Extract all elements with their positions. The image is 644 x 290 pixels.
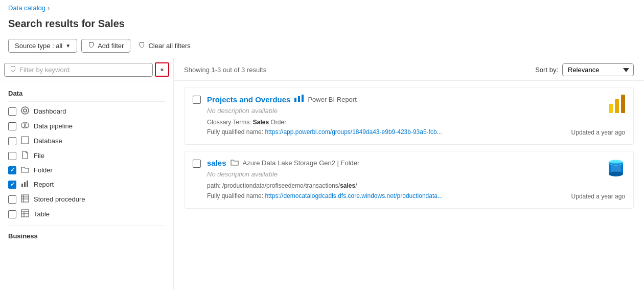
source-type-filter-button[interactable]: Source type : all ▼ [8,39,77,53]
file-icon [20,151,30,161]
result-type-label-2: Azure Data Lake Storage Gen2 | Folder [243,159,360,167]
clear-filter-icon: ⛉ [139,42,145,50]
result-checkbox-2[interactable] [193,160,201,168]
svg-point-3 [26,123,29,128]
svg-rect-8 [24,182,26,187]
svg-rect-19 [298,96,300,102]
result-content-2: sales Azure Data Lake Storage Gen2 | Fol… [207,159,625,200]
data-pipeline-icon [20,121,30,131]
svg-rect-7 [21,184,23,187]
database-icon [20,136,30,146]
sidebar-search-row: ⛉ Filter by keyword « [0,58,173,81]
svg-point-26 [609,171,623,176]
table-icon [20,209,30,219]
sort-select[interactable]: Relevance Name Last modified [562,63,634,76]
add-filter-button[interactable]: ⛉ Add filter [81,39,130,53]
database-label: Database [34,137,62,145]
svg-rect-20 [302,95,304,102]
report-icon [20,180,30,189]
sidebar-item-folder[interactable]: Folder [0,163,173,177]
svg-rect-9 [27,181,28,187]
svg-rect-18 [294,98,296,102]
result-type-label-1: Power BI Report [308,96,356,103]
result-checkbox-1[interactable] [193,96,201,104]
result-updated-1: Updated a year ago [571,129,625,136]
checkbox-data-pipeline[interactable] [8,122,16,130]
sidebar-scroll-area: Data Dashboard Data pipeline [0,81,173,289]
sidebar-item-database[interactable]: Database [0,133,173,148]
checkbox-database[interactable] [8,137,16,145]
result-fqn-link-1[interactable]: https://app.powerbi.com/groups/1849da43-… [265,128,442,136]
results-count: Showing 1-3 out of 3 results [184,66,266,74]
svg-point-2 [21,123,25,128]
clear-filters-button[interactable]: ⛉ Clear all filters [134,39,194,52]
page-title: Search results for Sales [0,14,644,36]
report-label: Report [34,181,54,188]
result-updated-2: Updated a year ago [571,193,625,200]
result-desc-2: No description available [207,170,625,178]
svg-rect-6 [21,137,29,144]
stored-procedure-label: Stored procedure [34,195,85,203]
folder-icon [20,166,30,174]
filter-icon: ⛉ [10,66,16,74]
checkbox-file[interactable] [8,152,16,160]
clear-filters-label: Clear all filters [148,42,190,50]
svg-rect-23 [621,95,625,113]
filter-icon: ⛉ [88,42,95,50]
folder-type-icon [231,159,239,167]
result-title-1[interactable]: Projects and Overdues [207,95,290,104]
adls-logo [607,159,625,180]
results-area: Showing 1-3 out of 3 results Sort by: Re… [174,58,644,289]
folder-label: Folder [34,166,53,174]
result-content-1: Projects and Overdues Power BI Report No… [207,95,625,137]
result-card-2: sales Azure Data Lake Storage Gen2 | Fol… [184,151,634,208]
result-card-1: Projects and Overdues Power BI Report No… [184,87,634,145]
sidebar-item-stored-procedure[interactable]: Stored procedure [0,192,173,207]
result-fqn-link-2[interactable]: https://democatalogdcadls.dfs.core.windo… [265,192,443,199]
keyword-filter-input[interactable]: ⛉ Filter by keyword [4,63,153,77]
results-list: Projects and Overdues Power BI Report No… [174,81,644,215]
results-header: Showing 1-3 out of 3 results Sort by: Re… [174,58,644,81]
dashboard-label: Dashboard [34,107,66,115]
svg-rect-22 [615,99,619,113]
svg-point-0 [21,107,29,114]
checkbox-stored-procedure[interactable] [8,195,16,204]
checkbox-table[interactable] [8,210,16,218]
collapse-sidebar-button[interactable]: « [155,62,169,77]
main-layout: ⛉ Filter by keyword « Data Dashboard [0,58,644,289]
add-filter-label: Add filter [98,42,124,50]
result-desc-1: No description available [207,107,625,115]
sidebar-divider-2 [8,226,165,226]
dashboard-icon [20,106,30,116]
svg-rect-28 [611,165,621,172]
sidebar-item-report[interactable]: Report [0,177,173,192]
sidebar-item-dashboard[interactable]: Dashboard [0,104,173,119]
result-meta-1: Glossary Terms: Sales Order Fully qualif… [207,118,625,137]
checkbox-folder[interactable] [8,166,16,174]
breadcrumb: Data catalog › [0,0,644,14]
result-title-row-1: Projects and Overdues Power BI Report [207,95,625,104]
stored-procedure-icon [20,194,30,204]
sidebar-divider [8,101,165,102]
sidebar-item-file[interactable]: File [0,148,173,163]
checkbox-dashboard[interactable] [8,107,16,116]
section-business-label: Business [0,228,173,242]
search-placeholder: Filter by keyword [19,66,70,74]
svg-rect-21 [609,104,613,113]
sidebar-item-data-pipeline[interactable]: Data pipeline [0,119,173,133]
sort-row: Sort by: Relevance Name Last modified [535,63,634,76]
result-title-row-2: sales Azure Data Lake Storage Gen2 | Fol… [207,159,625,167]
sidebar-item-table[interactable]: Table [0,207,173,221]
powerbi-chart-icon [294,95,304,104]
svg-rect-14 [21,210,29,217]
checkbox-report[interactable] [8,181,16,189]
table-label: Table [34,210,50,218]
sidebar: ⛉ Filter by keyword « Data Dashboard [0,58,174,289]
source-type-label: Source type : all [15,42,62,50]
sort-label: Sort by: [535,66,558,74]
svg-point-29 [611,161,621,165]
breadcrumb-link[interactable]: Data catalog [8,4,45,12]
svg-rect-10 [21,195,29,202]
result-title-2[interactable]: sales [207,159,226,167]
section-data-label: Data [0,85,173,99]
